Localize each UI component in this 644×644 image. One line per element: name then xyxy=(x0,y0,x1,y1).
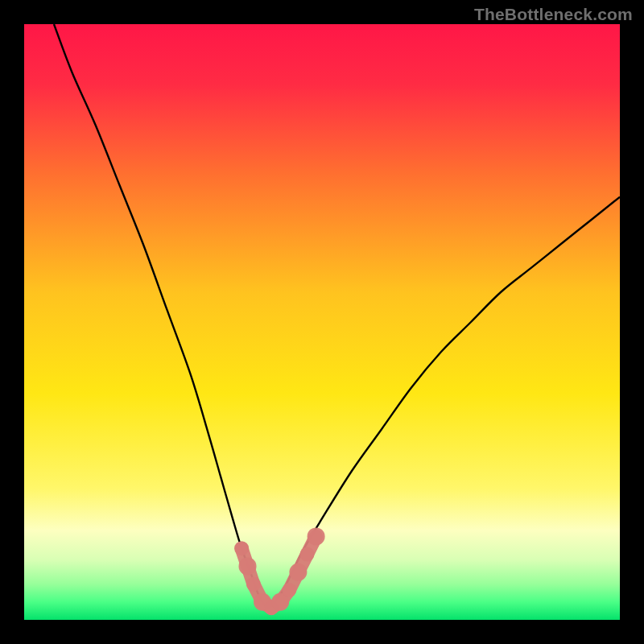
marker-dot xyxy=(234,541,249,555)
marker-dot xyxy=(246,577,261,592)
marker-dot xyxy=(239,557,257,575)
watermark-text: TheBottleneck.com xyxy=(474,5,633,24)
marker-dot xyxy=(300,547,315,562)
plot-area xyxy=(24,24,620,620)
marker-dot xyxy=(282,583,296,597)
marker-dot xyxy=(289,564,307,581)
marker-dot xyxy=(308,527,325,545)
chart-frame: TheBottleneck.com xyxy=(0,0,644,644)
chart-svg xyxy=(24,24,620,620)
